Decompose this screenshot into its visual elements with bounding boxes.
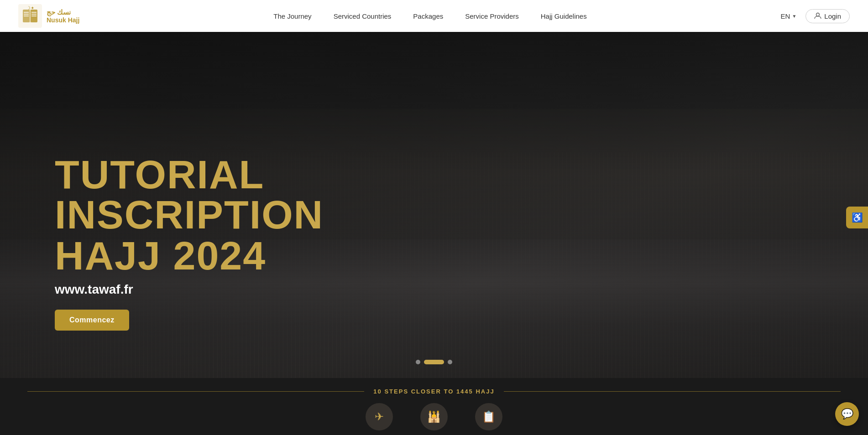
chevron-down-icon: ▼: [792, 14, 796, 19]
nav-hajj-guidelines[interactable]: Hajj Guidelines: [541, 12, 587, 20]
step-circle-2: 🕌: [420, 403, 448, 430]
chat-button[interactable]: 💬: [835, 402, 859, 426]
logo-area: ☽✦ نسك حج Nusuk Hajj: [18, 4, 79, 28]
nav-serviced-countries[interactable]: Serviced Countries: [334, 12, 392, 20]
steps-label: 10 STEPS CLOSER TO 1445 HAJJ: [373, 388, 494, 395]
slider-dot-3[interactable]: [448, 360, 452, 364]
svg-point-11: [816, 13, 820, 16]
steps-section: 10 STEPS CLOSER TO 1445 HAJJ ✈ 🕌 📋: [0, 378, 868, 435]
step-icon-3: 📋: [475, 403, 502, 430]
slider-dots: [416, 360, 452, 364]
step-icon-2: 🕌: [420, 403, 448, 430]
divider-line-right: [504, 391, 841, 392]
step-circle-3: 📋: [475, 403, 502, 430]
hero-cta-button[interactable]: Commencez: [55, 310, 129, 331]
divider-line-left: [27, 391, 364, 392]
nav-the-journey[interactable]: The Journey: [273, 12, 311, 20]
chat-icon: 💬: [841, 408, 853, 420]
navbar-right: EN ▼ Login: [781, 9, 850, 23]
logo-text: نسك حج Nusuk Hajj: [47, 8, 79, 24]
hero-title-line3: HAJJ 2024: [55, 235, 868, 277]
navbar: ☽✦ نسك حج Nusuk Hajj The Journey Service…: [0, 0, 868, 32]
login-label: Login: [824, 12, 841, 20]
user-icon: [814, 12, 821, 20]
logo-arabic: نسك حج: [47, 8, 79, 16]
logo-english: Nusuk Hajj: [47, 16, 79, 24]
nav-packages[interactable]: Packages: [413, 12, 443, 20]
slider-dot-1[interactable]: [416, 360, 420, 364]
language-label: EN: [781, 12, 790, 20]
main-nav: The Journey Serviced Countries Packages …: [273, 12, 586, 20]
nav-service-providers[interactable]: Service Providers: [465, 12, 519, 20]
step-icon-1: ✈: [366, 403, 393, 430]
steps-icons-row: ✈ 🕌 📋: [0, 395, 868, 435]
steps-divider: 10 STEPS CLOSER TO 1445 HAJJ: [0, 378, 868, 395]
accessibility-button[interactable]: ♿: [846, 207, 868, 228]
svg-text:☽✦: ☽✦: [26, 5, 34, 10]
hero-title-line1: TUTORIAL: [55, 155, 868, 195]
step-circle-1: ✈: [366, 403, 393, 430]
logo-icon: ☽✦: [18, 4, 42, 28]
slider-dot-2[interactable]: [424, 360, 444, 364]
hero-title-line2: INSCRIPTION: [55, 195, 868, 235]
accessibility-icon: ♿: [852, 212, 863, 223]
hero-content: TUTORIAL INSCRIPTION HAJJ 2024 www.tawaf…: [0, 123, 868, 331]
hero-section: TUTORIAL INSCRIPTION HAJJ 2024 www.tawaf…: [0, 0, 868, 435]
login-button[interactable]: Login: [805, 9, 850, 23]
hero-subtitle: www.tawaf.fr: [55, 282, 868, 297]
language-selector[interactable]: EN ▼: [781, 12, 797, 20]
